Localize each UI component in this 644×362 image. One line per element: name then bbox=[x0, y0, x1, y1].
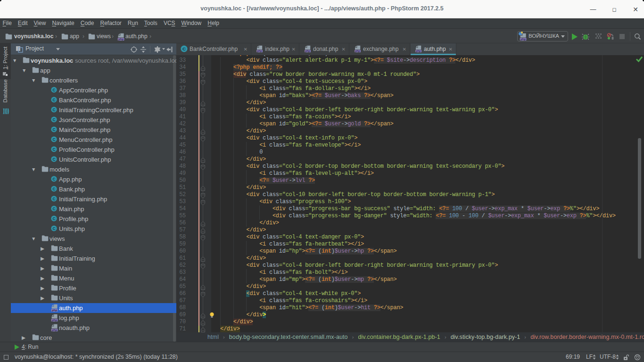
svg-text:php: php bbox=[52, 308, 58, 312]
svg-text:C: C bbox=[182, 46, 186, 51]
svg-text:C: C bbox=[52, 147, 55, 152]
svg-text:C: C bbox=[52, 226, 55, 231]
svg-text:C: C bbox=[52, 177, 55, 181]
svg-text:php: php bbox=[520, 37, 526, 41]
svg-text:php: php bbox=[416, 49, 421, 52]
svg-text:C: C bbox=[52, 216, 55, 221]
svg-text:C: C bbox=[52, 98, 55, 102]
svg-text:php: php bbox=[355, 49, 360, 52]
svg-text:C: C bbox=[52, 127, 55, 132]
svg-text:php: php bbox=[52, 328, 58, 331]
svg-text:C: C bbox=[52, 107, 55, 112]
svg-text:php: php bbox=[52, 318, 58, 321]
svg-text:C: C bbox=[52, 117, 55, 122]
svg-text:php: php bbox=[118, 37, 124, 41]
svg-text:C: C bbox=[52, 187, 55, 191]
svg-text:php: php bbox=[257, 49, 262, 52]
svg-text:C: C bbox=[52, 197, 55, 201]
svg-text:C: C bbox=[52, 88, 55, 92]
svg-text:C: C bbox=[52, 157, 55, 162]
svg-text:C: C bbox=[52, 137, 55, 142]
svg-text:C: C bbox=[52, 206, 55, 211]
svg-text:php: php bbox=[305, 49, 310, 52]
